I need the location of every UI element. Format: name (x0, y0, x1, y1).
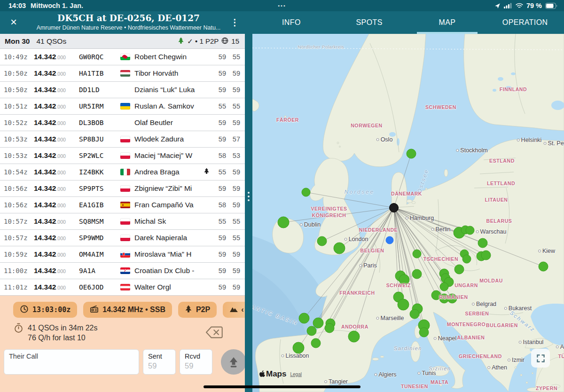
qso-station-pin[interactable] (278, 217, 289, 228)
qso-frequency: 14.342.000 (34, 234, 79, 242)
map-label: London (345, 236, 368, 243)
chip-14-342-mhz-ssb[interactable]: 14.342 MHz • SSB (83, 302, 172, 318)
qso-station-pin[interactable] (454, 265, 464, 274)
qso-station-pin[interactable] (466, 226, 474, 235)
content: Mon 30 41 QSOs ✓ • 1 P2P 15 10:49z14.342… (0, 34, 564, 392)
qso-station-pin[interactable] (334, 243, 345, 254)
map-label: Oslo (376, 136, 393, 143)
qso-table-row[interactable]: 10:50z14.342.000DD1LDDzianis “Luk” Luka5… (0, 82, 245, 98)
map-label: Paris (359, 262, 376, 269)
map-label: Tangier (324, 378, 348, 385)
qso-table-row[interactable]: 10:49z14.342.000GW0RQCRobert Chegwin5955 (0, 49, 245, 65)
qso-station-pin[interactable] (478, 238, 487, 248)
qso-station-pin[interactable] (539, 262, 548, 271)
qso-station-pin[interactable] (481, 251, 491, 260)
qso-station-pin[interactable] (419, 328, 429, 337)
divider-grip-handle[interactable] (248, 192, 250, 201)
map-label: BULGARIEN (486, 322, 518, 328)
qso-frequency: 14.342.000 (34, 250, 79, 259)
qso-rst-sent: 59 (213, 135, 226, 143)
qso-time: 10:57z (4, 218, 34, 225)
qso-table-row[interactable]: 10:56z14.342.000EA1GIBFran Campañó Va585… (0, 197, 245, 213)
map-label: MALTA (431, 379, 448, 385)
qso-station-pin[interactable] (293, 342, 304, 353)
qso-station-pin[interactable] (412, 269, 422, 279)
map-label: Tunis (417, 370, 436, 376)
log-qso-count: 41 QSOs (36, 37, 66, 46)
stopwatch-icon (14, 323, 23, 343)
qso-table-row[interactable]: 10:54z14.342.000IZ4BKKAndrea Braga5559 (0, 164, 245, 180)
country-flag-icon (120, 152, 134, 159)
current-location-pin[interactable] (386, 236, 393, 244)
map-label: Bukarest (504, 305, 532, 312)
qso-rate-line2: 76 Q/h for last 10 (28, 333, 98, 343)
qso-station-pin[interactable] (307, 326, 316, 336)
qso-frequency: 14.342.000 (34, 184, 79, 193)
sent-input[interactable]: Sent 59 (143, 349, 176, 375)
qso-rst-rcvd: 59 (226, 283, 240, 291)
qso-operator-name: Darek Napierala (134, 234, 204, 242)
qso-station-pin[interactable] (410, 309, 419, 319)
chip-sota[interactable]: ‹SOTA (223, 302, 245, 318)
qso-table-row[interactable]: 11:00z14.342.0009A1ACroatian Dx Club -59… (0, 263, 245, 279)
multitask-dots: ••• (0, 3, 564, 8)
qso-table-row[interactable]: 10:56z14.342.000SP9PTSZbigniew “Zibi” Mi… (0, 180, 245, 197)
qso-station-pin[interactable] (398, 299, 409, 310)
qso-table-row[interactable]: 10:59z14.342.000OM4AIMMiroslava “Mia” H5… (0, 246, 245, 263)
qso-table-row[interactable]: 10:57z14.342.000SQ8MSMMichal Sk5555 (0, 213, 245, 230)
qso-station-pin[interactable] (317, 236, 327, 246)
qso-station-pin[interactable] (302, 188, 310, 196)
qso-station-pin[interactable] (325, 323, 334, 333)
log-dx-count: 15 (231, 37, 239, 45)
backspace-icon[interactable] (205, 326, 223, 341)
country-flag-icon (120, 70, 134, 77)
qso-rst-rcvd: 55 (226, 234, 240, 242)
qso-frequency: 14.342.000 (34, 201, 79, 209)
qso-table-row[interactable]: 10:53z14.342.000SP8BJUWlodek Zadura5957 (0, 131, 245, 148)
overflow-menu-icon[interactable]: ⋮ (230, 16, 239, 29)
qso-operator-name: Andrea Braga (134, 168, 204, 176)
qso-table-row[interactable]: 10:53z14.342.000SP2WLCMaciej “Maciej” W5… (0, 148, 245, 164)
qso-table-row[interactable]: 10:52z14.342.000DL3BOBOlaf Beutler5959 (0, 115, 245, 131)
rcvd-input[interactable]: Rcvd 59 (180, 349, 212, 375)
map-label: St. Petersb (544, 140, 564, 147)
log-qso-button[interactable] (221, 349, 246, 375)
country-flag-icon (120, 54, 134, 60)
chip-p2p[interactable]: P2P (178, 302, 217, 318)
tab-map[interactable]: MAP (408, 11, 486, 34)
their-call-input[interactable]: Their Call (4, 349, 139, 375)
qso-station-pin[interactable] (313, 318, 323, 328)
qso-rst-rcvd: 53 (226, 152, 240, 159)
qso-table-row[interactable]: 10:57z14.342.000SP9WMDDarek Napierala595… (0, 230, 245, 246)
qso-table-row[interactable]: 10:51z14.342.000UR5IRMRuslan A. Samkov55… (0, 98, 245, 115)
map-view[interactable]: Nördlicher PolarkreisFÄRÖERNORWEGENSCHWE… (252, 34, 564, 392)
qso-rst-rcvd: 55 (226, 102, 240, 110)
activation-origin-pin[interactable] (390, 204, 399, 212)
qso-table-row[interactable]: 10:50z14.342.000HA1TIBTibor Horváth5959 (0, 65, 245, 82)
qso-callsign: 9A1A (79, 267, 120, 274)
tab-info[interactable]: INFO (252, 11, 330, 34)
close-icon[interactable]: × (8, 16, 20, 28)
chip-13-03-00z[interactable]: 13:03:00z (13, 302, 77, 318)
qso-rst-rcvd: 55 (226, 53, 240, 61)
entry-panel: 13:03:00z14.342 MHz • SSBP2P‹SOTA 41 QSO… (0, 296, 245, 392)
qso-station-pin[interactable] (407, 149, 416, 158)
qso-station-pin[interactable] (311, 338, 321, 348)
qso-station-pin[interactable] (299, 313, 309, 323)
qso-station-pin[interactable] (413, 250, 421, 258)
qso-station-pin[interactable] (462, 255, 471, 263)
qso-time: 11:01z (4, 283, 34, 291)
tab-spots[interactable]: SPOTS (330, 11, 408, 34)
country-flag-icon (120, 185, 134, 192)
tab-operation[interactable]: OPERATION (486, 11, 564, 34)
map-label: BELARUS (486, 218, 512, 224)
home-indicator[interactable] (204, 385, 360, 388)
map-label: KÖNIGREICH (312, 212, 346, 218)
map-legal-link[interactable]: Legal (290, 372, 301, 377)
sent-value: 59 (148, 361, 171, 370)
qso-station-pin[interactable] (348, 331, 360, 342)
qso-table-row[interactable]: 11:01z14.342.000OE6JODWalter Orgl5959 (0, 279, 245, 296)
fullscreen-button[interactable] (531, 349, 550, 368)
qso-station-pin[interactable] (440, 282, 448, 291)
map-label: TÜ (558, 353, 564, 359)
